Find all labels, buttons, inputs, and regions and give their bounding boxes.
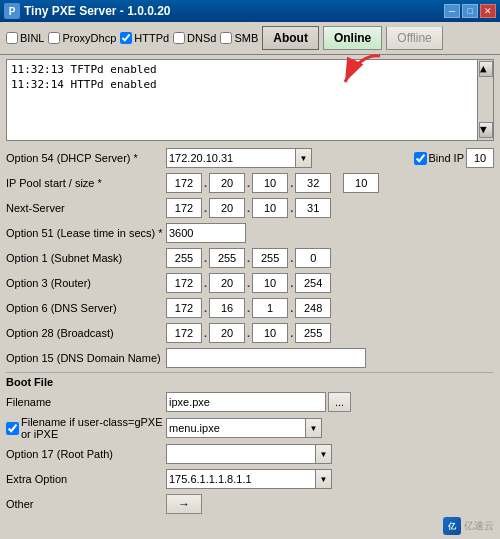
option3-label: Option 3 (Router)	[6, 277, 166, 289]
option3-d[interactable]	[295, 273, 331, 293]
option3-inputs: . . .	[166, 273, 494, 293]
ip-pool-b[interactable]	[209, 173, 245, 193]
next-server-b[interactable]	[209, 198, 245, 218]
option54-dropdown-container: ▼	[166, 148, 408, 168]
browse-button[interactable]: ...	[328, 392, 351, 412]
bind-ip-label-container[interactable]: Bind IP	[414, 152, 464, 165]
httpd-checkbox-container[interactable]: HTTPd	[120, 32, 169, 44]
option6-a[interactable]	[166, 298, 202, 318]
bind-ip-input[interactable]	[466, 148, 494, 168]
other-arrow-button[interactable]: →	[166, 494, 202, 514]
option54-dropdown-arrow[interactable]: ▼	[296, 148, 312, 168]
option1-c[interactable]	[252, 248, 288, 268]
filename-input[interactable]	[166, 392, 326, 412]
extra-option-label: Extra Option	[6, 473, 166, 485]
extra-option-inputs: ▼	[166, 469, 494, 489]
option28-c[interactable]	[252, 323, 288, 343]
ip-dot-1: .	[204, 177, 207, 189]
option15-input[interactable]	[166, 348, 366, 368]
httpd-label: HTTPd	[134, 32, 169, 44]
option6-d[interactable]	[295, 298, 331, 318]
log-scrollbar[interactable]: ▲ ▼	[477, 60, 493, 140]
ip-dot-2: .	[247, 177, 250, 189]
offline-button[interactable]: Offline	[386, 26, 442, 50]
option17-inputs: ▼	[166, 444, 494, 464]
option51-input[interactable]	[166, 223, 246, 243]
ip-pool-a[interactable]	[166, 173, 202, 193]
filename-label: Filename	[6, 396, 166, 408]
window-title: Tiny PXE Server - 1.0.0.20	[24, 4, 171, 18]
dnsd-checkbox-container[interactable]: DNSd	[173, 32, 216, 44]
option17-label: Option 17 (Root Path)	[6, 448, 166, 460]
option1-row: Option 1 (Subnet Mask) . . .	[6, 247, 494, 269]
binl-label: BINL	[20, 32, 44, 44]
binl-checkbox[interactable]	[6, 32, 18, 44]
toolbar: BINL ProxyDhcp HTTPd DNSd SMB About Onli…	[0, 22, 500, 55]
option28-b[interactable]	[209, 323, 245, 343]
option1-a[interactable]	[166, 248, 202, 268]
scrollbar-up-arrow[interactable]: ▲	[479, 61, 493, 77]
option51-inputs	[166, 223, 494, 243]
smb-checkbox[interactable]	[220, 32, 232, 44]
option28-row: Option 28 (Broadcast) . . .	[6, 322, 494, 344]
scrollbar-down-arrow[interactable]: ▼	[479, 122, 493, 138]
bind-ip-checkbox[interactable]	[414, 152, 427, 165]
option17-input[interactable]	[166, 444, 316, 464]
extra-option-arrow[interactable]: ▼	[316, 469, 332, 489]
close-button[interactable]: ✕	[480, 4, 496, 18]
option28-inputs: . . .	[166, 323, 494, 343]
next-server-inputs: . . .	[166, 198, 494, 218]
option3-c[interactable]	[252, 273, 288, 293]
extra-option-row: Extra Option ▼	[6, 468, 494, 490]
option17-row: Option 17 (Root Path) ▼	[6, 443, 494, 465]
next-server-c[interactable]	[252, 198, 288, 218]
other-label: Other	[6, 498, 166, 510]
option54-inputs: ▼ Bind IP	[166, 148, 494, 168]
maximize-button[interactable]: □	[462, 4, 478, 18]
filename-if-arrow[interactable]: ▼	[306, 418, 322, 438]
ip-pool-row: IP Pool start / size * . . .	[6, 172, 494, 194]
option28-d[interactable]	[295, 323, 331, 343]
ip-pool-size[interactable]	[343, 173, 379, 193]
httpd-checkbox[interactable]	[120, 32, 132, 44]
ip-dot-3: .	[290, 177, 293, 189]
filename-if-input[interactable]	[166, 418, 306, 438]
option6-label: Option 6 (DNS Server)	[6, 302, 166, 314]
option51-label: Option 51 (Lease time in secs) *	[6, 227, 166, 239]
option1-inputs: . . .	[166, 248, 494, 268]
option6-c[interactable]	[252, 298, 288, 318]
online-button[interactable]: Online	[323, 26, 382, 50]
proxydhcp-checkbox-container[interactable]: ProxyDhcp	[48, 32, 116, 44]
ip-pool-c[interactable]	[252, 173, 288, 193]
dnsd-checkbox[interactable]	[173, 32, 185, 44]
option1-b[interactable]	[209, 248, 245, 268]
log-area: 11:32:13 TFTPd enabled 11:32:14 HTTPd en…	[6, 59, 494, 141]
option6-row: Option 6 (DNS Server) . . .	[6, 297, 494, 319]
ip-pool-d[interactable]	[295, 173, 331, 193]
next-server-a[interactable]	[166, 198, 202, 218]
other-inputs: →	[166, 494, 494, 514]
next-server-d[interactable]	[295, 198, 331, 218]
option28-a[interactable]	[166, 323, 202, 343]
option15-label: Option 15 (DNS Domain Name)	[6, 352, 166, 364]
option1-d[interactable]	[295, 248, 331, 268]
title-bar: P Tiny PXE Server - 1.0.0.20 ─ □ ✕	[0, 0, 500, 22]
option6-b[interactable]	[209, 298, 245, 318]
binl-checkbox-container[interactable]: BINL	[6, 32, 44, 44]
proxydhcp-checkbox[interactable]	[48, 32, 60, 44]
extra-option-input[interactable]	[166, 469, 316, 489]
option54-input[interactable]	[166, 148, 296, 168]
filename-if-inputs: ▼	[166, 418, 494, 438]
option1-label: Option 1 (Subnet Mask)	[6, 252, 166, 264]
form-area: Option 54 (DHCP Server) * ▼ Bind IP IP P…	[0, 145, 500, 522]
option17-arrow[interactable]: ▼	[316, 444, 332, 464]
option28-label: Option 28 (Broadcast)	[6, 327, 166, 339]
smb-checkbox-container[interactable]: SMB	[220, 32, 258, 44]
about-button[interactable]: About	[262, 26, 319, 50]
option3-a[interactable]	[166, 273, 202, 293]
filename-if-checkbox[interactable]	[6, 422, 19, 435]
minimize-button[interactable]: ─	[444, 4, 460, 18]
proxydhcp-label: ProxyDhcp	[62, 32, 116, 44]
option3-b[interactable]	[209, 273, 245, 293]
log-line-2: 11:32:14 HTTPd enabled	[11, 77, 489, 92]
